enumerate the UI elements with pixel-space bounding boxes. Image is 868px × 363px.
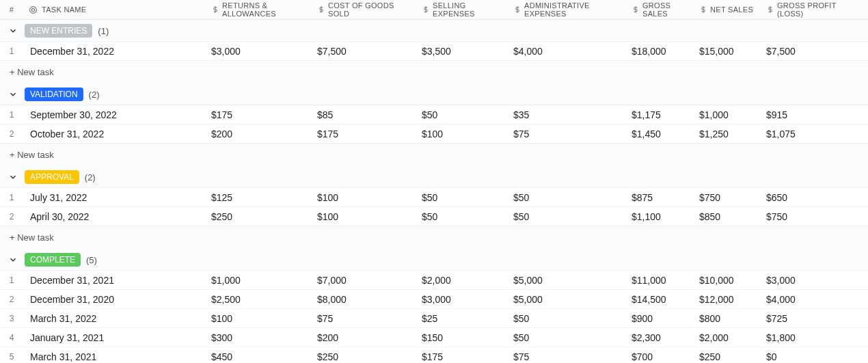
net-sales-cell[interactable]: $750 (694, 192, 761, 203)
column-header-returns[interactable]: RETURNS & ALLOWANCES (206, 1, 312, 18)
task-name-cell[interactable]: December 31, 2021 (23, 275, 206, 286)
selling-cell[interactable]: $3,500 (416, 46, 508, 57)
gross-profit-cell[interactable]: $750 (761, 211, 856, 222)
cogs-cell[interactable]: $250 (312, 351, 416, 362)
admin-cell[interactable]: $5,000 (508, 275, 626, 286)
status-pill[interactable]: VALIDATION (25, 88, 83, 101)
status-pill[interactable]: COMPLETE (25, 253, 81, 267)
cogs-cell[interactable]: $75 (312, 313, 416, 324)
gross-sales-cell[interactable]: $2,300 (626, 332, 694, 343)
column-header-index[interactable]: # (0, 5, 23, 14)
cogs-cell[interactable]: $7,000 (312, 275, 416, 286)
column-header-gross-sales[interactable]: GROSS SALES (626, 1, 694, 18)
net-sales-cell[interactable]: $1,000 (694, 109, 761, 120)
table-row[interactable]: 1December 31, 2021$1,000$7,000$2,000$5,0… (0, 270, 868, 290)
net-sales-cell[interactable]: $2,000 (694, 332, 761, 343)
selling-cell[interactable]: $150 (416, 332, 508, 343)
table-row[interactable]: 1July 31, 2022$125$100$50$50$875$750$650 (0, 187, 868, 207)
returns-cell[interactable]: $125 (206, 192, 312, 203)
net-sales-cell[interactable]: $12,000 (694, 294, 761, 305)
column-header-task-name[interactable]: TASK NAME (23, 5, 206, 14)
cogs-cell[interactable]: $7,500 (312, 46, 416, 57)
table-row[interactable]: 1September 30, 2022$175$85$50$35$1,175$1… (0, 105, 868, 124)
task-name-cell[interactable]: April 30, 2022 (23, 211, 206, 222)
cogs-cell[interactable]: $175 (312, 129, 416, 139)
task-name-cell[interactable]: December 31, 2020 (23, 294, 206, 305)
gross-sales-cell[interactable]: $14,500 (626, 294, 694, 305)
returns-cell[interactable]: $175 (206, 109, 312, 120)
chevron-down-icon[interactable] (7, 171, 19, 183)
selling-cell[interactable]: $50 (416, 109, 508, 120)
admin-cell[interactable]: $50 (508, 192, 626, 203)
gross-profit-cell[interactable]: $1,800 (761, 332, 856, 343)
task-name-cell[interactable]: September 30, 2022 (23, 109, 206, 120)
gross-sales-cell[interactable]: $18,000 (626, 46, 694, 57)
gross-sales-cell[interactable]: $11,000 (626, 275, 694, 286)
new-task-button[interactable]: + New task (0, 226, 868, 249)
table-row[interactable]: 2April 30, 2022$250$100$50$50$1,100$850$… (0, 206, 868, 226)
selling-cell[interactable]: $175 (416, 351, 508, 362)
selling-cell[interactable]: $100 (416, 129, 508, 139)
column-header-net-sales[interactable]: NET SALES (694, 5, 761, 14)
cogs-cell[interactable]: $200 (312, 332, 416, 343)
admin-cell[interactable]: $75 (508, 129, 626, 139)
net-sales-cell[interactable]: $800 (694, 313, 761, 324)
status-pill[interactable]: APPROVAL (25, 170, 79, 184)
gross-profit-cell[interactable]: $1,075 (761, 129, 856, 139)
column-header-cogs[interactable]: COST OF GOODS SOLD (312, 1, 416, 18)
net-sales-cell[interactable]: $10,000 (694, 275, 761, 286)
selling-cell[interactable]: $2,000 (416, 275, 508, 286)
table-row[interactable]: 2October 31, 2022$200$175$100$75$1,450$1… (0, 124, 868, 144)
column-header-selling[interactable]: SELLING EXPENSES (416, 1, 508, 18)
gross-profit-cell[interactable]: $650 (761, 192, 856, 203)
returns-cell[interactable]: $250 (206, 211, 312, 222)
column-header-admin[interactable]: ADMINISTRATIVE EXPENSES (508, 1, 626, 18)
cogs-cell[interactable]: $8,000 (312, 294, 416, 305)
returns-cell[interactable]: $450 (206, 351, 312, 362)
selling-cell[interactable]: $50 (416, 192, 508, 203)
gross-profit-cell[interactable]: $7,500 (761, 46, 856, 57)
admin-cell[interactable]: $5,000 (508, 294, 626, 305)
column-header-gross-profit[interactable]: GROSS PROFIT (LOSS) (761, 1, 856, 18)
admin-cell[interactable]: $50 (508, 313, 626, 324)
returns-cell[interactable]: $3,000 (206, 46, 312, 57)
task-name-cell[interactable]: January 31, 2021 (23, 332, 206, 343)
cogs-cell[interactable]: $100 (312, 192, 416, 203)
gross-profit-cell[interactable]: $0 (761, 351, 856, 362)
net-sales-cell[interactable]: $1,250 (694, 129, 761, 139)
table-row[interactable]: 4January 31, 2021$300$200$150$50$2,300$2… (0, 327, 868, 347)
returns-cell[interactable]: $100 (206, 313, 312, 324)
admin-cell[interactable]: $50 (508, 211, 626, 222)
selling-cell[interactable]: $3,000 (416, 294, 508, 305)
chevron-down-icon[interactable] (7, 88, 19, 100)
selling-cell[interactable]: $25 (416, 313, 508, 324)
status-pill[interactable]: NEW ENTRIES (25, 24, 92, 38)
gross-sales-cell[interactable]: $1,450 (626, 129, 694, 139)
cogs-cell[interactable]: $85 (312, 109, 416, 120)
admin-cell[interactable]: $35 (508, 109, 626, 120)
gross-sales-cell[interactable]: $700 (626, 351, 694, 362)
gross-profit-cell[interactable]: $4,000 (761, 294, 856, 305)
task-name-cell[interactable]: December 31, 2022 (23, 46, 206, 57)
table-row[interactable]: 1December 31, 2022$3,000$7,500$3,500$4,0… (0, 41, 868, 61)
gross-sales-cell[interactable]: $900 (626, 313, 694, 324)
task-name-cell[interactable]: October 31, 2022 (23, 129, 206, 139)
task-name-cell[interactable]: March 31, 2021 (23, 351, 206, 362)
gross-profit-cell[interactable]: $3,000 (761, 275, 856, 286)
net-sales-cell[interactable]: $250 (694, 351, 761, 362)
returns-cell[interactable]: $300 (206, 332, 312, 343)
selling-cell[interactable]: $50 (416, 211, 508, 222)
table-row[interactable]: 5March 31, 2021$450$250$175$75$700$250$0 (0, 347, 868, 363)
admin-cell[interactable]: $50 (508, 332, 626, 343)
gross-sales-cell[interactable]: $1,100 (626, 211, 694, 222)
new-task-button[interactable]: + New task (0, 144, 868, 166)
gross-sales-cell[interactable]: $1,175 (626, 109, 694, 120)
new-task-button[interactable]: + New task (0, 61, 868, 83)
chevron-down-icon[interactable] (7, 254, 19, 266)
gross-sales-cell[interactable]: $875 (626, 192, 694, 203)
table-row[interactable]: 2December 31, 2020$2,500$8,000$3,000$5,0… (0, 289, 868, 309)
admin-cell[interactable]: $75 (508, 351, 626, 362)
admin-cell[interactable]: $4,000 (508, 46, 626, 57)
gross-profit-cell[interactable]: $915 (761, 109, 856, 120)
cogs-cell[interactable]: $100 (312, 211, 416, 222)
